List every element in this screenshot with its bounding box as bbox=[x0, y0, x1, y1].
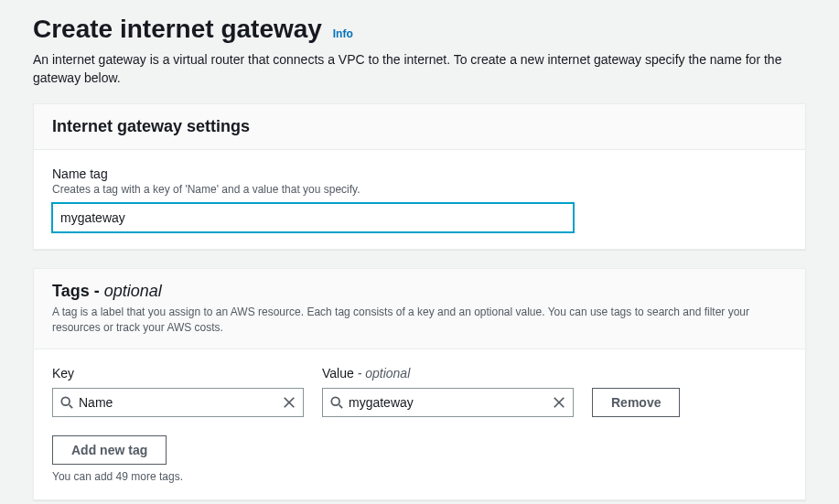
name-tag-label: Name tag bbox=[52, 166, 787, 181]
tag-value-label-suffix: - optional bbox=[358, 366, 411, 381]
close-icon[interactable] bbox=[553, 396, 565, 409]
settings-panel-body: Name tag Creates a tag with a key of 'Na… bbox=[34, 150, 805, 249]
tag-value-label-prefix: Value bbox=[322, 366, 358, 381]
tag-remove-col: Remove bbox=[592, 388, 680, 417]
add-new-tag-button[interactable]: Add new tag bbox=[52, 435, 167, 465]
tag-value-label: Value - optional bbox=[322, 366, 574, 381]
page-container: Create internet gateway Info An internet… bbox=[0, 0, 839, 504]
tag-row: Key Value - bbox=[52, 366, 787, 417]
tag-value-input[interactable] bbox=[349, 395, 553, 410]
tags-panel-title: Tags - optional bbox=[52, 282, 787, 301]
name-tag-hint: Creates a tag with a key of 'Name' and a… bbox=[52, 183, 787, 196]
close-icon[interactable] bbox=[283, 396, 296, 409]
svg-line-5 bbox=[339, 404, 343, 408]
settings-panel-title: Internet gateway settings bbox=[52, 117, 787, 136]
tag-count-hint: You can add 49 more tags. bbox=[52, 470, 787, 483]
tags-panel-description: A tag is a label that you assign to an A… bbox=[52, 305, 787, 336]
search-icon bbox=[330, 396, 343, 409]
name-tag-input[interactable] bbox=[52, 203, 574, 232]
tag-key-label: Key bbox=[52, 366, 304, 381]
tags-title-prefix: Tags - bbox=[52, 282, 104, 300]
remove-button[interactable]: Remove bbox=[592, 388, 680, 417]
search-icon bbox=[60, 396, 73, 409]
svg-line-1 bbox=[70, 404, 73, 408]
tags-panel-header: Tags - optional A tag is a label that yo… bbox=[34, 269, 805, 349]
tags-panel-body: Key Value - bbox=[34, 349, 805, 499]
tag-value-col: Value - optional bbox=[322, 366, 574, 417]
tag-key-input-wrapper bbox=[52, 388, 304, 417]
tags-panel: Tags - optional A tag is a label that yo… bbox=[33, 268, 806, 500]
page-description: An internet gateway is a virtual router … bbox=[33, 51, 806, 87]
tag-key-input[interactable] bbox=[79, 395, 283, 410]
settings-panel: Internet gateway settings Name tag Creat… bbox=[33, 103, 806, 250]
tag-value-input-wrapper bbox=[322, 388, 574, 417]
page-title: Create internet gateway bbox=[33, 15, 322, 43]
svg-point-0 bbox=[61, 397, 70, 405]
settings-panel-header: Internet gateway settings bbox=[34, 104, 805, 150]
tag-key-col: Key bbox=[52, 366, 304, 417]
tags-title-suffix: optional bbox=[104, 282, 162, 300]
page-header: Create internet gateway Info bbox=[33, 15, 806, 44]
svg-point-4 bbox=[331, 397, 339, 405]
info-link[interactable]: Info bbox=[333, 27, 353, 40]
